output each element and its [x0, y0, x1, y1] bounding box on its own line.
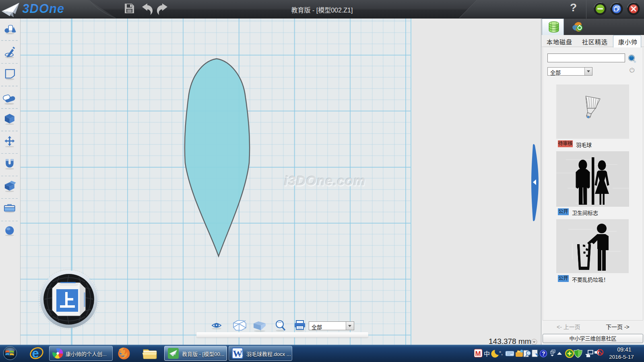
svg-text:中: 中 — [484, 350, 490, 357]
svg-text:?: ? — [542, 350, 545, 357]
svg-text:W: W — [233, 348, 243, 359]
svg-text:°,: °, — [499, 350, 503, 356]
svg-text:e: e — [32, 346, 39, 360]
svg-text:M: M — [475, 350, 481, 358]
